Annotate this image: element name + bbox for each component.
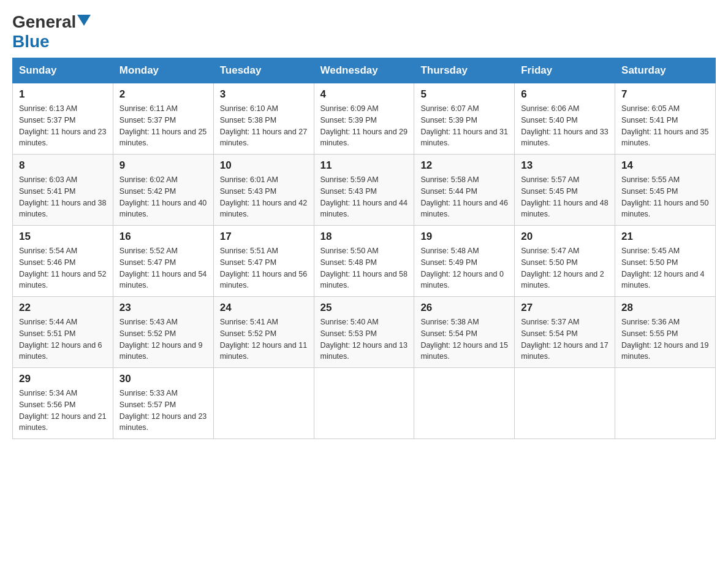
calendar-cell: 4Sunrise: 6:09 AMSunset: 5:39 PMDaylight… (314, 83, 414, 155)
day-number: 8 (19, 159, 107, 172)
day-of-week-header: Tuesday (213, 58, 314, 83)
day-info: Sunrise: 5:44 AMSunset: 5:51 PMDaylight:… (19, 316, 107, 362)
svg-marker-0 (77, 15, 91, 26)
calendar-cell: 17Sunrise: 5:51 AMSunset: 5:47 PMDayligh… (213, 226, 314, 297)
day-info: Sunrise: 5:57 AMSunset: 5:45 PMDaylight:… (521, 174, 609, 220)
calendar-cell: 30Sunrise: 5:33 AMSunset: 5:57 PMDayligh… (113, 368, 213, 439)
day-of-week-header: Friday (515, 58, 615, 83)
calendar-table: SundayMondayTuesdayWednesdayThursdayFrid… (12, 58, 716, 439)
day-of-week-header: Thursday (414, 58, 515, 83)
calendar-week-row: 29Sunrise: 5:34 AMSunset: 5:56 PMDayligh… (13, 368, 716, 439)
day-number: 22 (19, 302, 107, 314)
day-info: Sunrise: 6:02 AMSunset: 5:42 PMDaylight:… (119, 174, 207, 220)
page-header: General Blue (12, 12, 716, 52)
calendar-cell: 24Sunrise: 5:41 AMSunset: 5:52 PMDayligh… (213, 297, 314, 368)
day-info: Sunrise: 5:33 AMSunset: 5:57 PMDaylight:… (119, 388, 207, 434)
calendar-cell: 3Sunrise: 6:10 AMSunset: 5:38 PMDaylight… (213, 83, 314, 155)
day-info: Sunrise: 6:07 AMSunset: 5:39 PMDaylight:… (420, 103, 508, 149)
calendar-week-row: 22Sunrise: 5:44 AMSunset: 5:51 PMDayligh… (13, 297, 716, 368)
day-number: 24 (220, 302, 308, 314)
day-info: Sunrise: 5:48 AMSunset: 5:49 PMDaylight:… (420, 245, 508, 291)
day-info: Sunrise: 6:03 AMSunset: 5:41 PMDaylight:… (19, 174, 107, 220)
calendar-cell: 19Sunrise: 5:48 AMSunset: 5:49 PMDayligh… (414, 226, 515, 297)
day-info: Sunrise: 6:10 AMSunset: 5:38 PMDaylight:… (220, 103, 308, 149)
day-number: 9 (119, 159, 207, 172)
day-info: Sunrise: 6:05 AMSunset: 5:41 PMDaylight:… (621, 103, 709, 149)
day-number: 6 (521, 88, 609, 101)
day-number: 28 (621, 302, 709, 314)
day-of-week-header: Saturday (615, 58, 716, 83)
day-info: Sunrise: 5:47 AMSunset: 5:50 PMDaylight:… (521, 245, 609, 291)
day-info: Sunrise: 5:50 AMSunset: 5:48 PMDaylight:… (320, 245, 408, 291)
calendar-cell: 9Sunrise: 6:02 AMSunset: 5:42 PMDaylight… (113, 155, 213, 226)
calendar-cell: 18Sunrise: 5:50 AMSunset: 5:48 PMDayligh… (314, 226, 414, 297)
calendar-cell: 14Sunrise: 5:55 AMSunset: 5:45 PMDayligh… (615, 155, 716, 226)
calendar-week-row: 15Sunrise: 5:54 AMSunset: 5:46 PMDayligh… (13, 226, 716, 297)
day-number: 23 (119, 302, 207, 314)
calendar-cell: 11Sunrise: 5:59 AMSunset: 5:43 PMDayligh… (314, 155, 414, 226)
day-info: Sunrise: 5:51 AMSunset: 5:47 PMDaylight:… (220, 245, 308, 291)
day-info: Sunrise: 5:37 AMSunset: 5:54 PMDaylight:… (521, 316, 609, 362)
calendar-cell: 2Sunrise: 6:11 AMSunset: 5:37 PMDaylight… (113, 83, 213, 155)
day-number: 20 (521, 231, 609, 243)
calendar-body: 1Sunrise: 6:13 AMSunset: 5:37 PMDaylight… (13, 83, 716, 439)
day-of-week-header: Wednesday (314, 58, 414, 83)
calendar-cell: 20Sunrise: 5:47 AMSunset: 5:50 PMDayligh… (515, 226, 615, 297)
day-number: 7 (621, 88, 709, 101)
calendar-cell: 26Sunrise: 5:38 AMSunset: 5:54 PMDayligh… (414, 297, 515, 368)
calendar-cell: 10Sunrise: 6:01 AMSunset: 5:43 PMDayligh… (213, 155, 314, 226)
calendar-cell (414, 368, 515, 439)
day-number: 13 (521, 159, 609, 172)
day-info: Sunrise: 5:45 AMSunset: 5:50 PMDaylight:… (621, 245, 709, 291)
calendar-cell (314, 368, 414, 439)
day-of-week-header: Sunday (13, 58, 113, 83)
day-info: Sunrise: 5:54 AMSunset: 5:46 PMDaylight:… (19, 245, 107, 291)
day-info: Sunrise: 6:09 AMSunset: 5:39 PMDaylight:… (320, 103, 408, 149)
day-number: 18 (320, 231, 408, 243)
day-number: 4 (320, 88, 408, 101)
calendar-week-row: 8Sunrise: 6:03 AMSunset: 5:41 PMDaylight… (13, 155, 716, 226)
day-number: 12 (420, 159, 508, 172)
calendar-cell: 12Sunrise: 5:58 AMSunset: 5:44 PMDayligh… (414, 155, 515, 226)
calendar-cell: 25Sunrise: 5:40 AMSunset: 5:53 PMDayligh… (314, 297, 414, 368)
day-number: 29 (19, 373, 107, 385)
day-number: 26 (420, 302, 508, 314)
day-info: Sunrise: 5:43 AMSunset: 5:52 PMDaylight:… (119, 316, 207, 362)
calendar-cell: 8Sunrise: 6:03 AMSunset: 5:41 PMDaylight… (13, 155, 113, 226)
calendar-cell: 5Sunrise: 6:07 AMSunset: 5:39 PMDaylight… (414, 83, 515, 155)
calendar-cell: 21Sunrise: 5:45 AMSunset: 5:50 PMDayligh… (615, 226, 716, 297)
day-number: 2 (119, 88, 207, 101)
day-number: 16 (119, 231, 207, 243)
day-number: 30 (119, 373, 207, 385)
calendar-cell: 16Sunrise: 5:52 AMSunset: 5:47 PMDayligh… (113, 226, 213, 297)
day-number: 27 (521, 302, 609, 314)
calendar-cell: 6Sunrise: 6:06 AMSunset: 5:40 PMDaylight… (515, 83, 615, 155)
calendar-cell: 22Sunrise: 5:44 AMSunset: 5:51 PMDayligh… (13, 297, 113, 368)
day-number: 19 (420, 231, 508, 243)
calendar-cell: 13Sunrise: 5:57 AMSunset: 5:45 PMDayligh… (515, 155, 615, 226)
calendar-cell: 23Sunrise: 5:43 AMSunset: 5:52 PMDayligh… (113, 297, 213, 368)
day-number: 15 (19, 231, 107, 243)
calendar-cell: 29Sunrise: 5:34 AMSunset: 5:56 PMDayligh… (13, 368, 113, 439)
day-info: Sunrise: 5:34 AMSunset: 5:56 PMDaylight:… (19, 388, 107, 434)
day-number: 5 (420, 88, 508, 101)
calendar-cell: 27Sunrise: 5:37 AMSunset: 5:54 PMDayligh… (515, 297, 615, 368)
day-info: Sunrise: 5:58 AMSunset: 5:44 PMDaylight:… (420, 174, 508, 220)
calendar-cell (213, 368, 314, 439)
day-info: Sunrise: 5:38 AMSunset: 5:54 PMDaylight:… (420, 316, 508, 362)
logo-general-text: General (12, 12, 76, 32)
day-of-week-header-row: SundayMondayTuesdayWednesdayThursdayFrid… (13, 58, 716, 83)
day-number: 1 (19, 88, 107, 101)
logo: General Blue (12, 12, 91, 52)
day-info: Sunrise: 5:55 AMSunset: 5:45 PMDaylight:… (621, 174, 709, 220)
day-number: 17 (220, 231, 308, 243)
day-number: 3 (220, 88, 308, 101)
calendar-week-row: 1Sunrise: 6:13 AMSunset: 5:37 PMDaylight… (13, 83, 716, 155)
day-number: 10 (220, 159, 308, 172)
day-info: Sunrise: 6:06 AMSunset: 5:40 PMDaylight:… (521, 103, 609, 149)
calendar-cell (615, 368, 716, 439)
day-number: 25 (320, 302, 408, 314)
day-number: 21 (621, 231, 709, 243)
calendar-cell: 28Sunrise: 5:36 AMSunset: 5:55 PMDayligh… (615, 297, 716, 368)
day-info: Sunrise: 6:13 AMSunset: 5:37 PMDaylight:… (19, 103, 107, 149)
